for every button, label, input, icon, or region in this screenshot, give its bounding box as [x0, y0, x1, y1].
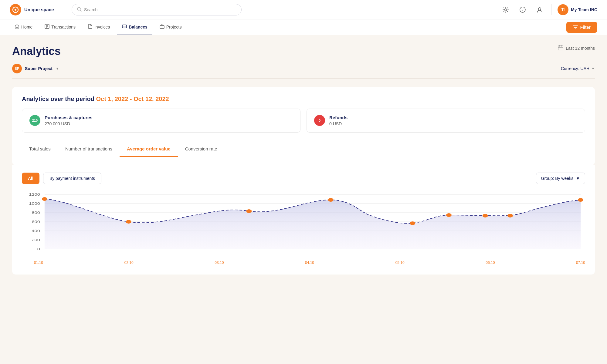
- nav-home[interactable]: Home: [10, 19, 37, 35]
- nav-home-label: Home: [21, 25, 32, 29]
- chart-point-1: [42, 197, 47, 201]
- period-label: Analytics over the period: [22, 96, 94, 102]
- by-payment-button[interactable]: By payment instruments: [43, 173, 101, 184]
- x-label-7: 07.10: [576, 261, 585, 265]
- nav-projects-label: Projects: [166, 25, 182, 29]
- svg-line-3: [80, 10, 81, 11]
- search-input[interactable]: [84, 7, 236, 12]
- svg-point-4: [505, 8, 507, 11]
- project-avatar: SP: [12, 64, 22, 73]
- svg-text:0: 0: [37, 247, 40, 251]
- svg-text:400: 400: [32, 229, 40, 233]
- svg-text:600: 600: [32, 220, 40, 224]
- period-dates: Oct 1, 2022 - Oct 12, 2022: [96, 96, 169, 102]
- nav-invoices-label: Invoices: [94, 25, 110, 29]
- tab-conversion-rate[interactable]: Conversion rate: [178, 141, 225, 157]
- analytics-title: Analytics: [12, 45, 61, 58]
- chart-point-6: [446, 213, 452, 217]
- chart-point-4: [328, 198, 334, 202]
- logo-area: Unique space: [10, 4, 64, 15]
- purchases-value: 270 000 USD: [45, 121, 93, 126]
- chart-svg: 1200 1000 800 600 400 200 0: [22, 191, 585, 258]
- svg-text:800: 800: [32, 211, 40, 215]
- x-label-1: 01.10: [34, 261, 43, 265]
- svg-text:200: 200: [32, 238, 40, 242]
- logo-icon: [10, 4, 21, 15]
- filter-label: Filter: [580, 25, 591, 30]
- x-label-2: 02.10: [124, 261, 134, 265]
- analytics-header: Analytics Last 12 months: [12, 45, 595, 58]
- purchases-label: Purchases & captures: [45, 115, 93, 120]
- nav-projects[interactable]: Projects: [155, 19, 187, 35]
- team-avatar: TI: [558, 4, 568, 15]
- calendar-icon: [558, 45, 563, 52]
- stat-purchases: 210 Purchases & captures 270 000 USD: [22, 109, 300, 133]
- chart-point-2: [126, 220, 131, 224]
- tab-avg-order[interactable]: Average order value: [120, 141, 178, 157]
- chart-point-5: [410, 221, 415, 225]
- x-label-5: 05.10: [395, 261, 405, 265]
- refunds-badge: 0: [314, 115, 325, 126]
- help-button[interactable]: ?: [517, 4, 528, 15]
- currency-chevron-icon: ▼: [591, 66, 595, 71]
- chart-point-7: [483, 214, 488, 217]
- period-section: Analytics over the period Oct 1, 2022 - …: [12, 87, 595, 165]
- header-right: ? TI My Team INC: [500, 4, 597, 15]
- chart-tabs: Total sales Number of transactions Avera…: [22, 141, 585, 157]
- team-name: My Team INC: [571, 7, 597, 12]
- transactions-icon: [45, 24, 49, 30]
- date-range-label: Last 12 months: [566, 46, 595, 51]
- app-header: Unique space ?: [0, 0, 607, 19]
- x-label-4: 04.10: [305, 261, 314, 265]
- chart-point-3: [246, 209, 252, 213]
- stat-refunds: 0 Refunds 0 USD: [307, 109, 585, 133]
- tab-total-sales[interactable]: Total sales: [22, 141, 58, 157]
- chart-controls: All By payment instruments Group: By wee…: [22, 173, 585, 184]
- search-icon: [77, 7, 82, 13]
- user-button[interactable]: [534, 4, 545, 15]
- search-bar[interactable]: [72, 4, 242, 15]
- svg-rect-12: [122, 25, 127, 28]
- nav-transactions[interactable]: Transactions: [40, 19, 80, 35]
- nav-items: Home Transactions Invoices Balances Proj…: [10, 19, 186, 35]
- main-nav: Home Transactions Invoices Balances Proj…: [0, 19, 607, 35]
- logo-text: Unique space: [24, 7, 54, 12]
- currency-label: Currency: UAH: [561, 66, 589, 71]
- team-selector[interactable]: TI My Team INC: [558, 4, 597, 15]
- chart-point-8: [507, 214, 513, 217]
- settings-button[interactable]: [500, 4, 511, 15]
- chart-point-9: [578, 198, 583, 202]
- x-label-6: 06.10: [486, 261, 495, 265]
- period-title: Analytics over the period Oct 1, 2022 - …: [22, 96, 585, 103]
- svg-text:1200: 1200: [29, 193, 40, 197]
- date-range-selector[interactable]: Last 12 months: [558, 45, 595, 52]
- project-selector[interactable]: SP Super Project ▼: [12, 64, 59, 73]
- currency-selector[interactable]: Currency: UAH ▼: [561, 66, 595, 71]
- svg-point-7: [538, 8, 541, 10]
- filter-button[interactable]: Filter: [566, 22, 597, 33]
- refunds-info: Refunds 0 USD: [329, 115, 348, 126]
- purchases-badge: 210: [29, 115, 40, 126]
- nav-transactions-label: Transactions: [51, 25, 76, 29]
- invoices-icon: [88, 24, 93, 30]
- home-icon: [15, 24, 19, 30]
- refunds-label: Refunds: [329, 115, 348, 120]
- nav-balances[interactable]: Balances: [117, 19, 152, 35]
- x-label-3: 03.10: [215, 261, 224, 265]
- nav-balances-label: Balances: [129, 25, 147, 29]
- project-chevron-icon: ▼: [56, 66, 59, 71]
- group-chevron-icon: ▼: [576, 176, 580, 181]
- all-button[interactable]: All: [22, 173, 39, 184]
- chart-area: 1200 1000 800 600 400 200 0: [22, 191, 585, 258]
- group-selector[interactable]: Group: By weeks ▼: [536, 173, 585, 184]
- group-label: Group: By weeks: [541, 176, 574, 181]
- project-name: Super Project: [25, 66, 53, 71]
- chart-area-fill: [45, 199, 581, 249]
- svg-text:1000: 1000: [29, 202, 40, 206]
- svg-text:?: ?: [522, 8, 523, 12]
- tab-num-transactions[interactable]: Number of transactions: [58, 141, 120, 157]
- refunds-value: 0 USD: [329, 121, 348, 126]
- nav-invoices[interactable]: Invoices: [83, 19, 115, 35]
- project-currency-row: SP Super Project ▼ Currency: UAH ▼: [12, 64, 595, 79]
- purchases-info: Purchases & captures 270 000 USD: [45, 115, 93, 126]
